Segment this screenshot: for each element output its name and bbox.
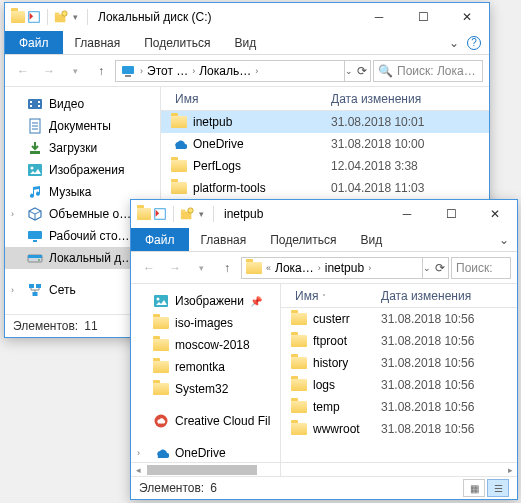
file-row[interactable]: OneDrive31.08.2018 10:00 [161,133,489,155]
nav-item[interactable]: Документы [5,115,160,137]
search-input[interactable]: 🔍 Поиск: Лока… [373,60,483,82]
recent-locations-button[interactable]: ▾ [63,59,87,83]
file-date: 31.08.2018 10:56 [381,312,474,326]
file-row[interactable]: temp31.08.2018 10:56 [281,396,517,418]
chevron-right-icon[interactable]: › [316,263,323,273]
file-row[interactable]: platform-tools01.04.2018 11:03 [161,177,489,199]
file-row[interactable]: history31.08.2018 10:56 [281,352,517,374]
back-button[interactable]: ← [137,256,161,280]
search-input[interactable]: Поиск: [451,257,511,279]
scrollbar-horizontal[interactable]: ◂ ▸ [131,462,517,476]
tab-view[interactable]: Вид [348,228,394,251]
chevron-right-icon[interactable]: › [190,66,197,76]
tab-share[interactable]: Поделиться [258,228,348,251]
file-name: custerr [313,312,350,326]
file-row[interactable]: inetpub31.08.2018 10:01 [161,111,489,133]
chevron-right-icon[interactable]: › [366,263,373,273]
breadcrumb[interactable]: Локаль… [199,64,251,78]
column-header[interactable]: Имя ˄ Дата изменения [281,284,517,308]
maximize-button[interactable]: ☐ [429,200,473,228]
breadcrumb[interactable]: inetpub [325,261,364,275]
view-thumbnails-button[interactable]: ▦ [463,479,485,497]
expand-icon[interactable]: › [11,285,21,295]
back-button[interactable]: ← [11,59,35,83]
image-icon [27,162,43,178]
up-button[interactable]: ↑ [215,256,239,280]
nav-item[interactable]: moscow-2018 [131,334,280,356]
breadcrumb[interactable]: Этот … [147,64,188,78]
status-label: Элементов: [139,481,204,495]
file-row[interactable]: wwwroot31.08.2018 10:56 [281,418,517,440]
nav-item-label: Creative Cloud Fil [175,414,270,428]
chevron-right-icon[interactable]: › [138,66,145,76]
forward-button[interactable]: → [37,59,61,83]
navbar: ← → ▾ ↑ « Лока… › inetpub › ⌄⟳ Поиск: [131,252,517,284]
recent-locations-button[interactable]: ▾ [189,256,213,280]
expand-icon[interactable]: › [137,448,147,458]
address-bar[interactable]: › Этот … › Локаль… › ⌄⟳ [115,60,371,82]
file-date: 31.08.2018 10:56 [381,334,474,348]
nav-item[interactable]: remontka [131,356,280,378]
ribbon-expand-icon[interactable]: ⌄ [499,233,509,247]
col-name[interactable]: Имя ˄ [281,289,381,303]
nav-item-label: Музыка [49,185,91,199]
nav-item[interactable]: Загрузки [5,137,160,159]
nav-item[interactable]: Изображени 📌 [131,290,280,312]
close-button[interactable]: ✕ [445,3,489,31]
nav-item[interactable]: Creative Cloud Fil [131,410,280,432]
history-dropdown-icon[interactable]: ⌄ [345,66,353,76]
chevron-left-icon[interactable]: « [264,263,273,273]
breadcrumb[interactable]: Лока… [275,261,314,275]
navbar: ← → ▾ ↑ › Этот … › Локаль… › ⌄⟳ 🔍 Поиск:… [5,55,489,87]
chevron-down-icon[interactable]: ▾ [196,209,207,219]
close-button[interactable]: ✕ [473,200,517,228]
file-row[interactable]: PerfLogs12.04.2018 3:38 [161,155,489,177]
nav-item[interactable]: System32 [131,378,280,400]
properties-icon[interactable] [27,10,41,24]
new-folder-icon[interactable] [180,207,194,221]
maximize-button[interactable]: ☐ [401,3,445,31]
nav-item[interactable]: iso-images [131,312,280,334]
file-row[interactable]: logs31.08.2018 10:56 [281,374,517,396]
forward-button[interactable]: → [163,256,187,280]
view-details-button[interactable]: ☰ [487,479,509,497]
folder-icon [153,381,169,397]
file-tab[interactable]: Файл [131,228,189,251]
column-header[interactable]: Имя Дата изменения [161,87,489,111]
refresh-icon[interactable]: ⟳ [357,64,367,78]
folder-icon [291,421,307,437]
tab-share[interactable]: Поделиться [132,31,222,54]
col-name[interactable]: Имя [161,92,331,106]
minimize-button[interactable]: ─ [385,200,429,228]
history-dropdown-icon[interactable]: ⌄ [423,263,431,273]
col-date[interactable]: Дата изменения [381,289,471,303]
file-row[interactable]: ftproot31.08.2018 10:56 [281,330,517,352]
file-row[interactable]: custerr31.08.2018 10:56 [281,308,517,330]
help-icon[interactable]: ? [467,36,481,50]
scroll-left-icon[interactable]: ◂ [131,465,145,475]
nav-item[interactable]: Видео [5,93,160,115]
chevron-right-icon[interactable]: › [253,66,260,76]
tab-home[interactable]: Главная [63,31,133,54]
properties-icon[interactable] [153,207,167,221]
nav-item[interactable]: Изображения [5,159,160,181]
tab-view[interactable]: Вид [222,31,268,54]
col-date[interactable]: Дата изменения [331,92,421,106]
minimize-button[interactable]: ─ [357,3,401,31]
nav-item[interactable]: ›OneDrive [131,442,280,464]
up-button[interactable]: ↑ [89,59,113,83]
nav-pane: Изображени 📌iso-imagesmoscow-2018remontk… [131,284,281,476]
folder-icon [291,399,307,415]
new-folder-icon[interactable] [54,10,68,24]
ribbon-expand-icon[interactable]: ⌄ [449,36,459,50]
refresh-icon[interactable]: ⟳ [435,261,445,275]
expand-icon[interactable]: › [11,209,21,219]
file-tab[interactable]: Файл [5,31,63,54]
window-title: inetpub [224,207,385,221]
scroll-right-icon[interactable]: ▸ [503,465,517,475]
tab-home[interactable]: Главная [189,228,259,251]
address-bar[interactable]: « Лока… › inetpub › ⌄⟳ [241,257,449,279]
chevron-down-icon[interactable]: ▾ [70,12,81,22]
sort-indicator-icon: ˄ [322,293,326,302]
status-count: 6 [210,481,217,495]
